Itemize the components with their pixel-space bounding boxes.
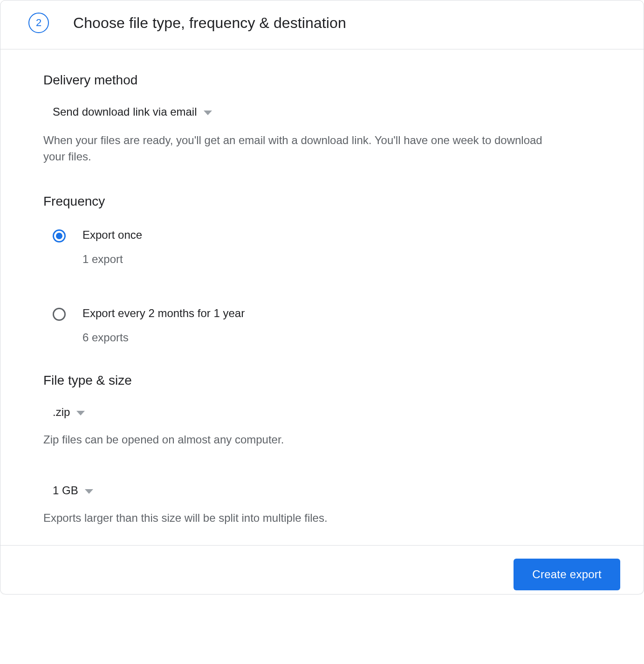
delivery-method-help: When your files are ready, you'll get an…	[43, 132, 547, 165]
frequency-option-sub: 6 exports	[82, 331, 245, 344]
frequency-option-labels: Export once 1 export	[82, 228, 142, 266]
dropdown-caret-icon	[85, 489, 93, 494]
frequency-option-sub: 1 export	[82, 253, 142, 266]
step-title: Choose file type, frequency & destinatio…	[73, 14, 346, 32]
frequency-option-label: Export every 2 months for 1 year	[82, 307, 245, 320]
radio-checked-icon[interactable]	[53, 229, 66, 242]
frequency-option-labels: Export every 2 months for 1 year 6 expor…	[82, 307, 245, 344]
radio-unchecked-icon[interactable]	[53, 308, 66, 321]
file-type-dropdown[interactable]: .zip	[53, 406, 85, 419]
create-export-button[interactable]: Create export	[514, 559, 620, 590]
frequency-option-label: Export once	[82, 228, 142, 242]
file-size-selected: 1 GB	[53, 484, 78, 497]
export-step-card: 2 Choose file type, frequency & destinat…	[0, 0, 644, 595]
file-type-help: Zip files can be opened on almost any co…	[43, 432, 547, 448]
file-size-dropdown[interactable]: 1 GB	[53, 484, 93, 497]
file-type-selected: .zip	[53, 406, 70, 419]
dropdown-caret-icon	[204, 111, 212, 115]
dropdown-caret-icon	[76, 411, 85, 415]
step-body: Delivery method Send download link via e…	[0, 49, 644, 545]
delivery-method-heading: Delivery method	[43, 73, 601, 88]
frequency-option-once[interactable]: Export once 1 export	[53, 227, 601, 266]
frequency-heading: Frequency	[43, 194, 601, 209]
file-size-help: Exports larger than this size will be sp…	[43, 510, 547, 526]
file-type-size-heading: File type & size	[43, 373, 601, 388]
step-header: 2 Choose file type, frequency & destinat…	[0, 0, 644, 49]
delivery-method-dropdown[interactable]: Send download link via email	[53, 105, 212, 118]
step-number-badge: 2	[28, 13, 49, 33]
frequency-option-bimonthly[interactable]: Export every 2 months for 1 year 6 expor…	[53, 305, 601, 344]
frequency-section: Frequency Export once 1 export Export ev…	[43, 194, 601, 344]
delivery-method-selected: Send download link via email	[53, 105, 197, 118]
step-footer: Create export	[0, 545, 644, 594]
file-type-size-section: File type & size .zip Zip files can be o…	[43, 373, 601, 527]
